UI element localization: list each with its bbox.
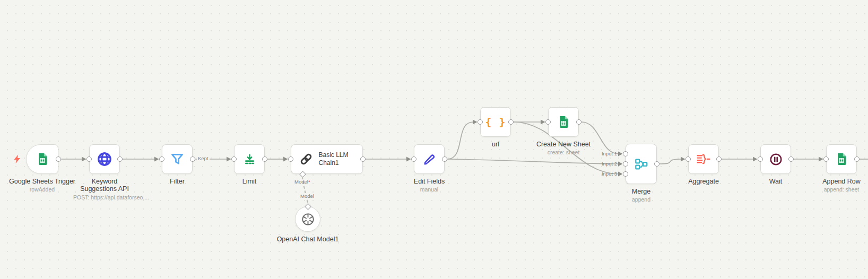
output-port-aggregate[interactable] [716,156,722,162]
google-sheets-icon [835,152,848,166]
input-port-limit[interactable] [231,156,237,162]
openai-icon [301,212,315,226]
node-inner-label: Basic LLM Chain1 [319,151,356,167]
connection-arrow-icon [82,157,86,162]
connection-arrow-icon [283,157,288,162]
connection-arrow-icon [227,157,231,162]
output-port-create-new-sheet[interactable] [576,119,581,125]
pause-icon [769,152,783,167]
node-url[interactable]: { } [480,107,511,137]
node-label: Aggregate [664,178,743,185]
node-label: Append Row [802,178,868,185]
node-label: OpenAI Chat Model1 [265,236,350,243]
input-port-label: Input 2 [586,161,617,167]
node-aggregate[interactable] [688,144,719,174]
google-sheets-icon [36,152,49,166]
google-sheets-icon [557,115,570,129]
node-append-row[interactable] [826,144,857,174]
input-port-basic-llm-chain[interactable] [288,156,293,162]
model-connection-label: Model [299,193,315,199]
node-label-wrap: Limit [210,178,289,185]
node-label-wrap: OpenAI Chat Model1 [265,236,350,243]
input-port-keyword-suggestions-api[interactable] [86,156,92,162]
node-basic-llm-chain[interactable]: Basic LLM Chain1 [291,144,363,174]
node-label-wrap: Mergeappend [602,188,681,203]
workflow-canvas[interactable]: KeptModel Google Sheets TriggerrowAdded … [0,0,868,279]
input-port-edit-fields[interactable] [411,156,416,162]
node-limit[interactable] [234,144,265,174]
connection-arrow-icon [618,152,623,156]
output-port-wait[interactable] [788,156,794,162]
input-port-2-merge[interactable] [623,161,628,167]
node-label: Keyword Suggestions API [73,178,136,193]
node-google-sheets-trigger[interactable] [26,144,58,174]
input-port-aggregate[interactable] [685,156,691,162]
input-port-url[interactable] [478,119,483,125]
node-keyword-suggestions-api[interactable] [89,144,120,174]
node-label: Limit [210,178,289,185]
globe-icon [97,151,112,167]
output-port-google-sheets-trigger[interactable] [56,156,61,162]
trigger-bolt-icon [13,154,21,166]
connection-arrow-icon [681,157,685,162]
connection-line[interactable] [659,159,681,164]
node-merge[interactable] [626,144,657,184]
aggregate-icon [696,152,711,166]
node-label: Edit Fields [389,178,469,185]
node-label: Google Sheets Trigger [0,178,85,185]
node-subtitle: rowAdded [0,186,85,193]
input-port-filter[interactable] [159,156,164,162]
output-port-append-row[interactable] [854,156,860,162]
output-port-limit[interactable] [262,156,267,162]
limit-icon [242,152,257,167]
chain-icon [298,151,314,167]
model-port-text: Model [294,179,308,185]
node-subtitle: append: sheet [802,186,868,193]
input-port-label: Input 1 [586,151,617,156]
node-label: Merge [602,188,681,195]
output-port-basic-llm-chain[interactable] [360,156,366,162]
node-edit-fields[interactable] [414,144,445,174]
braces-icon: { } [485,116,506,128]
node-label-wrap: Google Sheets TriggerrowAdded [0,178,85,193]
input-port-3-merge[interactable] [623,171,628,177]
node-create-new-sheet[interactable] [548,107,579,137]
connections-layer [0,0,868,279]
funnel-icon [170,152,185,167]
node-label-wrap: Keyword Suggestions APIPOST: https://api… [73,178,136,200]
output-port-keyword-suggestions-api[interactable] [117,156,123,162]
node-label: Create New Sheet [524,141,603,148]
merge-icon [634,157,648,171]
connection-arrow-icon [618,162,623,167]
connection-arrow-icon [541,120,545,125]
node-label-wrap: Filter [137,178,217,185]
node-wait[interactable] [760,144,791,174]
connection-arrow-icon [753,157,758,162]
required-marker: * [308,179,310,185]
node-label-wrap: Append Rowappend: sheet [802,178,868,193]
node-label: Filter [137,178,217,185]
output-port-edit-fields[interactable] [442,156,447,162]
node-subtitle: manual [389,186,469,193]
node-filter[interactable] [162,144,193,174]
input-port-label: Input 3 [586,171,617,177]
connection-label: Kept [197,155,210,161]
connection-arrow-icon [154,157,159,162]
input-port-wait[interactable] [758,156,763,162]
output-port-filter[interactable] [190,156,195,162]
input-port-create-new-sheet[interactable] [545,119,551,125]
connection-arrow-icon [406,157,411,162]
input-port-1-merge[interactable] [623,151,628,156]
connection-arrow-icon [473,120,478,125]
output-port-url[interactable] [508,119,514,125]
node-label-wrap: Aggregate [664,178,743,185]
node-subtitle: append [602,196,681,203]
node-label-wrap: Edit Fieldsmanual [389,178,469,193]
input-port-append-row[interactable] [823,156,829,162]
connection-arrow-icon [819,157,823,162]
output-port-merge[interactable] [654,161,659,167]
pencil-icon [422,152,437,167]
node-subtitle: POST: https://api.dataforseo.... [73,194,136,200]
connection-arrow-icon [618,172,623,177]
model-port-label: Model* [293,179,311,185]
